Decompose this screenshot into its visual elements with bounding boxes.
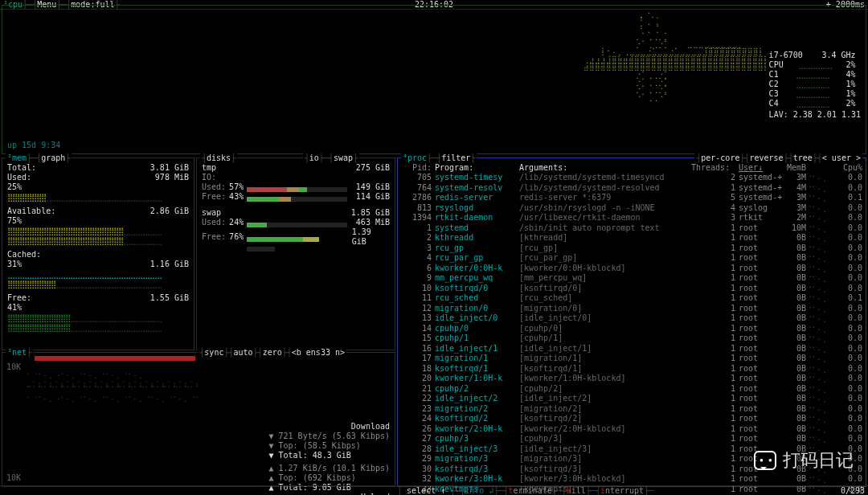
cpu-core-row: CPU⣀⣀⣀⣀⣀⣀⣀2% [769,60,856,70]
mem-row: Cached: [2,250,194,260]
process-row[interactable]: 27cpuhp/3[cpuhp/3]1root0B ⠐⠂⠄⡀0.0 [398,434,866,444]
process-row[interactable]: 6kworker/0:0H-k[kworker/0:0H-kblockd]1ro… [398,264,866,274]
process-row[interactable]: 14cpuhp/0[cpuhp/0]1root0B ⠐⠂⠄⡀0.0 [398,324,866,334]
swap-tag[interactable]: swap [334,153,353,162]
watermark: 打码日记 [754,450,854,471]
panel-tag-net[interactable]: ³net [7,348,27,357]
process-row[interactable]: 21cpuhp/2[cpuhp/2]1root0B ⠐⠂⠄⡀0.0 [398,384,866,395]
net-zero[interactable]: zero [263,348,282,357]
uptime: up 15d 9:34 [7,141,60,150]
process-row[interactable]: 15cpuhp/1[cpuhp/1]1root0B ⠐⠂⠄⡀0.0 [398,333,866,344]
tmp-val: 275 GiB [356,163,390,173]
process-row[interactable]: 3rcu_gp[rcu_gp]1root0B ⠐⠂⠄⡀0.0 [398,243,866,254]
disk-free-bar [247,194,347,199]
reverse-toggle[interactable]: reverse [749,153,783,162]
load-average: LAV: 2.38 2.01 1.31 [769,110,861,120]
process-row[interactable]: 4rcu_par_gp[rcu_par_gp]1root0B ⠐⠂⠄⡀0.0 [398,253,866,264]
swap-free-bar [247,235,346,239]
process-row[interactable]: 22idle_inject/2[idle_inject/2]1root0B ⠐⠂… [398,394,866,404]
cpu-info-box: i7-67003.4 GHz CPU⣀⣀⣀⣀⣀⣀⣀2%C1⣀⣀⣀⣀⣀⣀⣀4%C2… [769,51,861,120]
mem-bar: ⣿⣿⣿⣿⣿⣿⣿⣿⣿⣿⣿⣿⣿⣿⣿⣿⣿⣿⣿⣿⣿⣿⣿⣿⣀⣀⣀⣀⣀⣀⣀⣀⣿⣿⣿⣿⣿⣿⣿⣿… [2,227,194,245]
net-download-bar [35,356,195,361]
process-row[interactable]: 1394rtkit-daemon/usr/libexec/rtkit-daemo… [398,213,866,223]
download-title: Download [268,422,390,432]
chat-icon [754,451,776,470]
mem-row: 31%1.16 GiB [2,260,194,269]
cpu-panel: ⡀⠐⡀ ⠃⢀ ⡁ ⠃⢀ ⡁ ⡀⠁⢀⢀⡀⡁ ⡐⠁⢀⢀⡐⡁ ⣀⣀⣀⣀⣀⣀⣀⣀⣀⡀ ⡇… [2,5,866,154]
net-scale-top: 10K [6,362,21,372]
net-sync[interactable]: sync [204,348,223,357]
mem-row: 75% [2,216,194,226]
cpu-freq: 3.4 GHz [821,51,855,60]
process-row[interactable]: 11rcu_sched[rcu_sched]1root0B ⠐⠂⠄⡀0.1 [398,293,866,304]
mem-bar: ⣿⣿⣿⣿⣿⣿⣿⣿⣿⣿⣿⣿⣿⣀⣀⣀⣀⣀⣀⣀⣀⣀⣀⣀⣀⣀⣀⣀⣀⣀⣀⣀⣿⣿⣿⣿⣿⣿⣿⣿… [2,314,194,332]
mem-row: Free:1.55 GiB [2,293,194,303]
cpu-core-row: C4⣀⣀⣀⣀⣀⣀⣀2% [769,99,856,108]
process-row[interactable]: 20kworker/1:0H-k[kworker/1:0H-kblockd]1r… [398,374,866,384]
process-row[interactable]: 32kworker/3:0H-k[kworker/3:0H-kblockd]1r… [398,474,866,485]
process-row[interactable]: 18ksoftirqd/1[ksoftirqd/1]1root0B ⠐⠂⠄⡀0.… [398,364,866,374]
bottom-bar: │ select ↑ ├─┤info ↲├─┤terminate├─┤kill├… [0,485,868,495]
process-row[interactable]: 23migration/2[migration/2]1root0B ⠐⠂⠄⡀0.… [398,404,866,415]
process-row[interactable]: 12migration/0[migration/0]1root0B ⠐⠂⠄⡀0.… [398,304,866,314]
mem-row: 41% [2,303,194,313]
swap-val: 1.85 GiB [351,208,390,218]
proc-count: 0/293 [841,486,865,496]
mem-row: Total:3.81 GiB [2,163,194,173]
process-row[interactable]: 24ksoftirqd/2[ksoftirqd/2]1root0B ⠐⠂⠄⡀0.… [398,414,866,424]
proc-actions[interactable]: │ select ↑ ├─┤info ↲├─┤terminate├─┤kill├… [397,486,653,496]
process-row[interactable]: 764systemd-resolv/lib/systemd/systemd-re… [398,183,866,194]
panel-tag-proc[interactable]: ⁴proc [403,153,427,162]
mem-row: Used:978 MiB [2,173,194,182]
tree-toggle[interactable]: tree [793,153,813,162]
cpu-model: i7-6700 [769,51,803,60]
net-graph: ⠂⠐⠂⠄⡀⠠⠂⠄⡀⠐⠂⠄⡀⠐⠂⠄⡀⠐⠂⠄⡀ ⡀⠂⡄⠂⡄⠂⡄⠂⡄⠂⡄⠂⡄⠂⡄⠂⡄⠂… [27,364,274,475]
process-row[interactable]: 813rsyslogd/usr/sbin/rsyslogd -n -iNONE4… [398,203,866,214]
process-row[interactable]: 16idle_inject/1[idle_inject/1]1root0B ⠐⠂… [398,344,866,354]
net-panel: ³net├ ┤sync├┤auto├┤zero├┤<b ens33 n> 10K… [2,352,395,487]
process-row[interactable]: 26kworker/2:0H-k[kworker/2:0H-kblockd]1r… [398,424,866,435]
swap-label: swap [202,208,221,218]
process-row[interactable]: 17migration/1[migration/1]1root0B ⠐⠂⠄⡀0.… [398,354,866,364]
net-stats: Download ▼ 721 Byte/s (5.63 Kibps) ▼ Top… [268,422,390,495]
mem-bar: ⣀⣀⣀⣀⣀⣀⣀⣀⣀⣀⣀⣀⣀⣀⣀⣀⣀⣀⣀⣀⣀⣀⣀⣀⣀⣀⣀⣀⣀⣀⣀⣀⣿⣿⣿⣿⣿⣿⣿⣿… [2,271,194,288]
net-interface[interactable]: <b ens33 n> [292,348,345,357]
cpu-core-row: C2⣀⣀⣀⣀⣀⣀⣀1% [769,80,856,89]
disks-panel: ┤disks├ ┤io├─┤swap├ tmp275 GiB IO: Used:… [196,158,395,350]
cpu-graph: ⡀⠐⡀ ⠃⢀ ⡁ ⠃⢀ ⡁ ⡀⠁⢀⢀⡀⡁ ⡐⠁⢀⢀⡐⡁ ⣀⣀⣀⣀⣀⣀⣀⣀⣀⡀ ⡇… [583,10,769,101]
mem-panel: ²mem├─┤graph├ Total:3.81 GiBUsed:978 MiB… [2,158,194,350]
process-row[interactable]: 9mm_percpu_wq[mm_percpu_wq]1root0B ⠐⠂⠄⡀0… [398,273,866,284]
process-row[interactable]: 705systemd-timesy/lib/systemd/systemd-ti… [398,173,866,183]
io-label: IO: [202,173,216,182]
swap-used-bar [247,220,347,225]
tmp-label: tmp [202,163,216,173]
sort-column[interactable]: < user > [822,153,861,162]
panel-tag-disks[interactable]: disks [207,153,231,162]
proc-header: Pid: Program: Arguments: Threads: User↓ … [398,163,866,173]
process-row[interactable]: 13idle_inject/0[idle_inject/0]1root0B ⠐⠂… [398,313,866,324]
io-tag[interactable]: io [309,153,319,162]
percore-toggle[interactable]: per-core [701,153,739,162]
proc-panel: ⁴proc├─┤filter├ ┤per-core├┤reverse├┤tree… [397,158,866,487]
panel-tag-mem[interactable]: ²mem [7,153,27,162]
disk-used-bar [247,185,347,190]
mem-row: Available:2.86 GiB [2,207,194,216]
cpu-core-row: C1⣀⣀⣀⣀⣀⣀⣀4% [769,70,856,80]
mem-row: 25% [2,182,194,192]
process-row[interactable]: 1systemd/sbin/init auto noprompt text1ro… [398,223,866,234]
process-row[interactable]: 2kthreadd[kthreadd]1root0B ⠐⠂⠄⡀0.0 [398,233,866,243]
net-auto[interactable]: auto [233,348,252,357]
process-row[interactable]: 2786redis-serverredis-server *:63795syst… [398,193,866,203]
cpu-core-row: C3⣀⣀⣀⣀⣀⣀⣀1% [769,89,856,99]
mem-bar: ⣿⣿⣿⣿⣿⣿⣿⣿⣀⣀⣀⣀⣀⣀⣀⣀⣀⣀⣀⣀⣀⣀⣀⣀⣀⣀⣀⣀⣀⣀⣀⣀ [2,194,194,202]
mem-graph-toggle[interactable]: graph [41,153,65,162]
filter-button[interactable]: filter [441,153,470,162]
net-scale-bot: 10K [6,473,21,483]
process-row[interactable]: 10ksoftirqd/0[ksoftirqd/0]1root0B ⠐⠂⠄⡀0.… [398,284,866,294]
